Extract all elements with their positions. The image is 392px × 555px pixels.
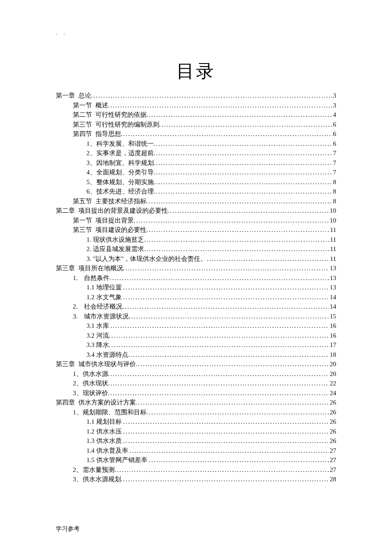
toc-entry-label: 4、全面规划、分类引导 — [86, 168, 154, 177]
toc-entry: 1、规划期限、范围和目标............................… — [56, 408, 336, 417]
toc-entry-page: 7 — [332, 148, 337, 158]
toc-entry-page: 26 — [329, 427, 336, 436]
toc-entry-page: 10 — [329, 206, 336, 216]
toc-entry: 3. "以人为本"，体现供水企业的社会责任。..................… — [56, 254, 336, 264]
toc-leader-dots: ........................................… — [123, 436, 329, 446]
toc-entry: 第三节 项目建设的必要性............................… — [56, 225, 336, 235]
toc-entry-label: 2、供水现状 — [73, 379, 108, 388]
toc-entry-page: 3 — [332, 91, 337, 101]
toc-entry-label: 第四章 供水方案的设计方案 — [56, 398, 136, 408]
toc-entry-label: 1. 自然条件 — [73, 273, 110, 283]
toc-entry-label: 2. 社会经济概况 — [73, 302, 122, 312]
toc-entry-page: 11 — [329, 225, 336, 235]
toc-entry: 3.3 降水..................................… — [56, 340, 336, 350]
toc-entry: 1. 自然条件.................................… — [56, 273, 336, 283]
toc-leader-dots: ........................................… — [123, 427, 329, 436]
toc-entry-label: 第四节 指导思想 — [73, 129, 121, 139]
toc-leader-dots: ........................................… — [123, 283, 329, 292]
toc-entry-label: 第二章 项目提出的背景及建设的必要性 — [56, 206, 168, 216]
page-footer: 学习参考 — [56, 525, 80, 533]
toc-entry: 第二章 项目提出的背景及建设的必要性......................… — [56, 206, 336, 216]
toc-entry-label: 第一节 项目提出背景 — [73, 216, 134, 225]
toc-entry-page: 10 — [329, 216, 336, 225]
toc-entry-label: 第三章 项目所在地概况 — [56, 263, 123, 273]
toc-entry: 2、供水现状..................................… — [56, 379, 336, 388]
toc-entry: 1.1 规划目标 ...............................… — [56, 417, 336, 427]
toc-leader-dots: ........................................… — [154, 168, 332, 177]
toc-entry: 1.1 地理位置 ...............................… — [56, 283, 336, 292]
toc-leader-dots: ........................................… — [136, 398, 329, 408]
toc-entry-page: 27 — [329, 455, 336, 465]
toc-entry-label: 3、因地制宜、科学规划 — [86, 158, 154, 168]
toc-entry: 1、供水水源..................................… — [56, 369, 336, 379]
toc-entry-page: 13 — [329, 283, 336, 292]
toc-entry: 第一章 总论..................................… — [56, 91, 336, 101]
toc-entry-label: 1.1 地理位置 — [86, 283, 123, 292]
toc-entry: 2. 社会经济概况...............................… — [56, 302, 336, 312]
toc-entry-label: 1.1 规划目标 — [86, 417, 123, 427]
toc-entry: 2、需水量预测.................................… — [56, 465, 336, 475]
toc-entry-label: 1.2 水文气象 — [86, 292, 123, 302]
toc-leader-dots: ........................................… — [154, 187, 332, 197]
toc-entry-page: 6 — [332, 129, 337, 139]
toc-entry: 第三章 城市供水现状与评价...........................… — [56, 359, 336, 369]
toc-entry-label: 3.2 河流 — [86, 331, 109, 341]
toc-entry-label: 第三章 城市供水现状与评价 — [56, 359, 136, 369]
toc-entry-page: 24 — [329, 388, 336, 398]
toc-leader-dots: ........................................… — [129, 312, 329, 321]
toc-entry-page: 6 — [332, 139, 337, 149]
toc-entry-page: 27 — [329, 446, 336, 456]
toc-entry-label: 3.1 水库 — [86, 321, 110, 331]
toc-entry: 3.1 水库 .................................… — [56, 321, 336, 331]
toc-entry: 1.3 供水水质 ...............................… — [56, 436, 336, 446]
toc-entry-page: 3 — [332, 101, 337, 110]
toc-entry: 3、因地制宜、科学规划.............................… — [56, 158, 336, 168]
toc-entry-label: 3. "以人为本"，体现供水企业的社会责任。 — [86, 254, 207, 264]
toc-leader-dots: ........................................… — [147, 197, 332, 206]
toc-leader-dots: ........................................… — [149, 455, 329, 465]
toc-entry-label: 1、科学发展、和谐统一 — [86, 139, 154, 149]
toc-entry-page: 27 — [329, 465, 336, 475]
toc-entry-page: 16 — [329, 321, 336, 331]
toc-entry-label: 5、整体规划、分期实施 — [86, 177, 154, 187]
toc-leader-dots: ........................................… — [108, 379, 329, 388]
toc-leader-dots: ........................................… — [154, 148, 332, 158]
toc-leader-dots: ........................................… — [147, 225, 329, 235]
toc-entry-label: 6、技术先进、经济合理 — [86, 187, 154, 197]
toc-entry-label: 2、需水量预测 — [73, 465, 115, 475]
toc-entry-page: 7 — [332, 158, 337, 168]
toc-leader-dots: ........................................… — [154, 139, 332, 149]
toc-entry-page: 26 — [329, 408, 336, 417]
toc-entry: 2、实事求是，适度超前.............................… — [56, 148, 336, 158]
toc-entry: 第四章 供水方案的设计方案...........................… — [56, 398, 336, 408]
toc-leader-dots: ........................................… — [144, 244, 329, 254]
toc-entry: 第一节 概述..................................… — [56, 101, 336, 110]
toc-entry-page: 26 — [329, 436, 336, 446]
toc-entry: 1.5 供水管网产销差率 ...........................… — [56, 455, 336, 465]
toc-leader-dots: ........................................… — [154, 177, 332, 187]
toc-entry-label: 1.5 供水管网产销差率 — [86, 455, 149, 465]
toc-leader-dots: ........................................… — [110, 321, 329, 331]
toc-entry-page: 11 — [329, 254, 336, 264]
toc-leader-dots: ........................................… — [134, 216, 329, 225]
toc-entry-page: 26 — [329, 417, 336, 427]
toc-leader-dots: ........................................… — [128, 350, 329, 360]
toc-leader-dots: ........................................… — [144, 235, 329, 245]
toc-entry-label: 1、规划期限、范围和目标 — [73, 408, 147, 417]
toc-entry-label: 第二节 可行性研究的依据 — [73, 110, 147, 120]
toc-entry-page: 16 — [329, 331, 336, 341]
toc-leader-dots: ........................................… — [168, 206, 329, 216]
toc-entry-label: 1、供水水源 — [73, 369, 108, 379]
toc-entry-label: 第三节 项目建设的必要性 — [73, 225, 147, 235]
toc-leader-dots: ........................................… — [121, 129, 332, 139]
toc-entry-label: 3、现状评价 — [73, 388, 108, 398]
toc-leader-dots: ........................................… — [130, 446, 329, 456]
toc-entry-page: 7 — [332, 168, 337, 177]
toc-entry-page: 8 — [332, 177, 337, 187]
toc-entry: 2. 适应县城发展需求.............................… — [56, 244, 336, 254]
toc-entry-page: 15 — [329, 312, 336, 321]
toc-entry: 4、全面规划、分类引导.............................… — [56, 168, 336, 177]
toc-entry-page: 14 — [329, 292, 336, 302]
toc-leader-dots: ........................................… — [159, 120, 332, 130]
toc-entry-label: 第一节 概述 — [73, 101, 108, 110]
